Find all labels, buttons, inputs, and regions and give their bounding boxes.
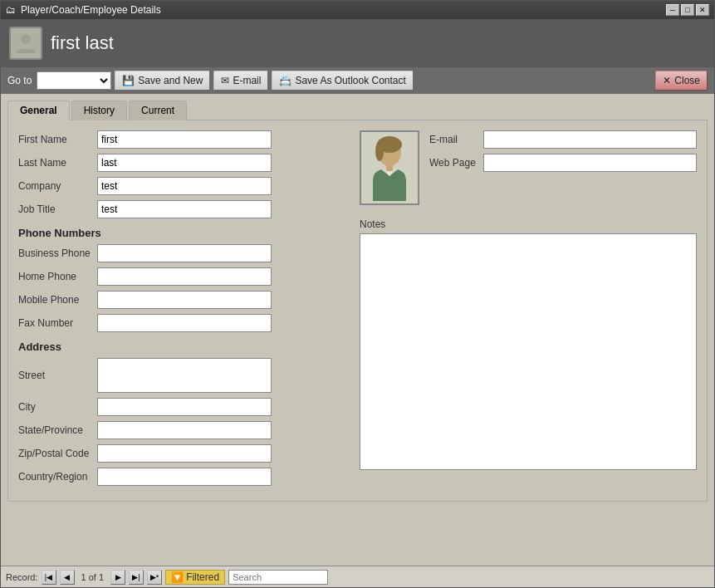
phone-section-title: Phone Numbers xyxy=(18,227,346,239)
notes-label: Notes xyxy=(360,218,697,230)
app-header: first last xyxy=(1,19,714,67)
toolbar: Go to 💾 Save and New ✉ E-mail 📇 Save As … xyxy=(1,67,714,94)
street-input[interactable] xyxy=(97,358,272,393)
city-row: City xyxy=(18,398,346,416)
close-button[interactable]: ✕ Close xyxy=(655,71,708,91)
first-name-input[interactable] xyxy=(97,130,272,149)
status-bar: Record: |◀ ◀ 1 of 1 ▶ ▶| ▶* 🔽 Filtered xyxy=(1,566,714,587)
state-label: State/Province xyxy=(18,424,97,436)
close-window-button[interactable]: ✕ xyxy=(696,4,709,16)
search-input[interactable] xyxy=(228,570,328,585)
home-phone-label: Home Phone xyxy=(18,271,97,282)
minimize-button[interactable]: ─ xyxy=(666,4,679,16)
city-label: City xyxy=(18,401,97,413)
job-title-input[interactable] xyxy=(97,200,272,218)
address-section-title: Address xyxy=(18,341,346,353)
company-row: Company xyxy=(18,177,346,195)
mobile-phone-label: Mobile Phone xyxy=(18,294,97,306)
svg-point-3 xyxy=(375,141,384,161)
first-name-label: First Name xyxy=(18,134,97,145)
street-label: Street xyxy=(18,370,97,381)
svg-point-0 xyxy=(21,34,31,44)
save-new-icon: 💾 xyxy=(122,75,135,86)
mobile-phone-row: Mobile Phone xyxy=(18,291,346,309)
save-outlook-button[interactable]: 📇 Save As Outlook Contact xyxy=(272,71,413,91)
webpage-input[interactable] xyxy=(483,154,697,172)
record-first-button[interactable]: |◀ xyxy=(42,570,56,585)
notes-textarea[interactable] xyxy=(360,233,697,470)
fax-number-label: Fax Number xyxy=(18,317,97,329)
app-icon: 🗂 xyxy=(6,4,16,16)
job-title-row: Job Title xyxy=(18,200,346,218)
job-title-label: Job Title xyxy=(18,203,97,215)
maximize-button[interactable]: □ xyxy=(681,4,694,16)
zip-label: Zip/Postal Code xyxy=(18,448,97,459)
svg-rect-4 xyxy=(386,164,393,171)
home-phone-row: Home Phone xyxy=(18,267,346,286)
record-prev-button[interactable]: ◀ xyxy=(60,570,75,585)
state-input[interactable] xyxy=(97,421,272,439)
mobile-phone-input[interactable] xyxy=(97,291,272,309)
webpage-label: Web Page xyxy=(429,157,483,169)
email-web-col: E-mail Web Page xyxy=(429,130,697,212)
last-name-label: Last Name xyxy=(18,157,97,169)
zip-input[interactable] xyxy=(97,444,272,463)
filtered-badge: 🔽 Filtered xyxy=(165,570,225,585)
fax-number-input[interactable] xyxy=(97,314,272,332)
email-icon: ✉ xyxy=(221,75,229,86)
record-title: first last xyxy=(51,32,114,54)
business-phone-row: Business Phone xyxy=(18,244,346,262)
city-input[interactable] xyxy=(97,398,272,416)
email-label: E-mail xyxy=(429,134,483,145)
form-panel: First Name Last Name Company Job Title xyxy=(7,120,708,502)
fax-number-row: Fax Number xyxy=(18,314,346,332)
tab-history[interactable]: History xyxy=(71,100,127,120)
header-icon xyxy=(9,27,42,60)
tab-current[interactable]: Current xyxy=(129,100,187,120)
email-button[interactable]: ✉ E-mail xyxy=(213,71,268,91)
company-label: Company xyxy=(18,180,97,192)
last-name-row: Last Name xyxy=(18,154,346,172)
goto-label: Go to xyxy=(7,75,32,86)
right-top: E-mail Web Page xyxy=(360,130,697,212)
company-input[interactable] xyxy=(97,177,272,195)
last-name-input[interactable] xyxy=(97,154,272,172)
filter-icon: 🔽 xyxy=(171,571,184,583)
zip-row: Zip/Postal Code xyxy=(18,444,346,463)
right-column: E-mail Web Page Notes xyxy=(360,130,697,491)
left-column: First Name Last Name Company Job Title xyxy=(18,130,346,491)
record-count: 1 of 1 xyxy=(81,572,105,582)
email-row: E-mail xyxy=(429,130,697,149)
title-bar: 🗂 Player/Coach/Employee Details ─ □ ✕ xyxy=(1,1,714,19)
first-name-row: First Name xyxy=(18,130,346,149)
country-row: Country/Region xyxy=(18,468,346,486)
goto-select[interactable] xyxy=(37,71,111,90)
record-new-button[interactable]: ▶* xyxy=(147,570,162,585)
business-phone-input[interactable] xyxy=(97,244,272,262)
record-last-button[interactable]: ▶| xyxy=(129,570,144,585)
record-next-button[interactable]: ▶ xyxy=(110,570,125,585)
business-phone-label: Business Phone xyxy=(18,247,97,259)
webpage-row: Web Page xyxy=(429,154,697,172)
photo-box xyxy=(360,130,419,205)
tab-bar: General History Current xyxy=(7,100,708,120)
email-input[interactable] xyxy=(483,130,697,149)
tab-general[interactable]: General xyxy=(7,100,70,120)
country-input[interactable] xyxy=(97,468,272,486)
outlook-icon: 📇 xyxy=(279,75,291,86)
close-icon: ✕ xyxy=(663,75,671,86)
country-label: Country/Region xyxy=(18,471,97,483)
state-row: State/Province xyxy=(18,421,346,439)
home-phone-input[interactable] xyxy=(97,267,272,286)
save-new-button[interactable]: 💾 Save and New xyxy=(115,71,210,91)
content-area: General History Current First Name Last … xyxy=(1,94,714,587)
window-title: Player/Coach/Employee Details xyxy=(21,4,161,16)
street-row: Street xyxy=(18,358,346,393)
record-label: Record: xyxy=(6,572,38,582)
